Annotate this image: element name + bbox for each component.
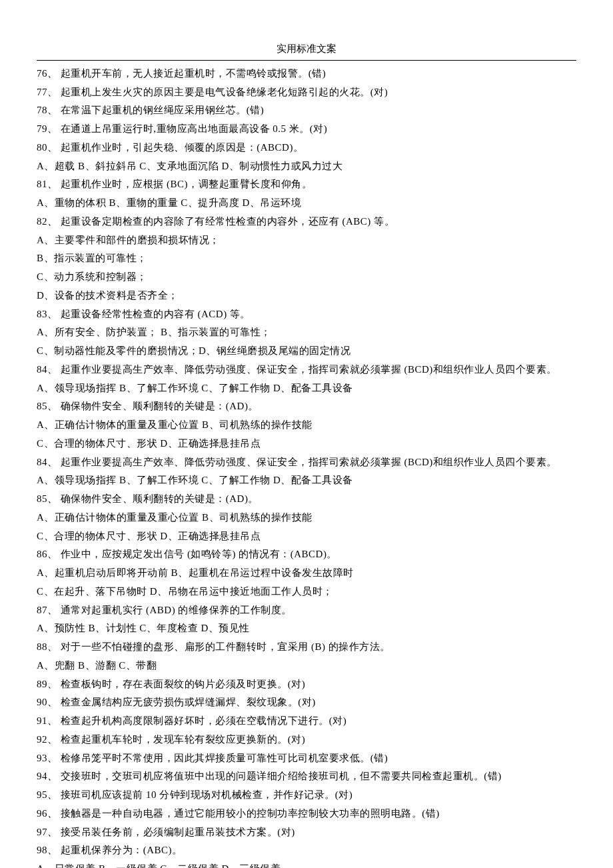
line-26: 86、 作业中，应按规定发出信号 (如鸣铃等) 的情况有：(ABCD)。 (37, 545, 576, 564)
line-10: B、指示装置的可靠性； (37, 249, 576, 268)
line-23: 85、 确保物件安全、顺利翻转的关键是：(AD)。 (37, 490, 576, 509)
line-39: 95、 接班司机应该提前 10 分钟到现场对机械检查，并作好记录。(对) (37, 786, 576, 805)
line-5: A、超载 B、斜拉斜吊 C、支承地面沉陷 D、制动惯性力或风力过大 (37, 157, 576, 176)
line-20: C、合理的物体尺寸、形状 D、正确选择悬挂吊点 (37, 435, 576, 453)
line-27: A、起重机启动后即将开动前 B、起重机在吊运过程中设备发生故障时 (37, 564, 576, 583)
line-31: 88、 对于一些不怕碰撞的盘形、扁形的工件翻转时，宜采用 (B) 的操作方法。 (37, 638, 576, 657)
line-37: 93、 检修吊笼平时不常使用，因此其焊接质量可靠性可比司机室要求低。(错) (37, 749, 576, 768)
page-header: 实用标准文案 (37, 40, 576, 59)
line-19: A、正确估计物体的重量及重心位置 B、司机熟练的操作技能 (37, 416, 576, 435)
line-35: 91、 检查起升机构高度限制器好坏时，必须在空载情况下进行。(对) (37, 712, 576, 731)
line-22: A、领导现场指挥 B、了解工作环境 C、了解工作物 D、配备工具设备 (37, 471, 576, 490)
header-rule (37, 60, 576, 61)
line-28: C、在起升、落下吊物时 D、吊物在吊运中接近地面工作人员时； (37, 583, 576, 601)
line-18: 85、 确保物件安全、顺利翻转的关键是：(AD)。 (37, 397, 576, 416)
line-36: 92、 检查起重机车轮时，发现车轮有裂纹应更换新的。(对) (37, 731, 576, 749)
line-40: 96、 接触器是一种自动电器，通过它能用较小的控制功率控制较大功率的照明电路。(… (37, 805, 576, 823)
line-24: A、正确估计物体的重量及重心位置 B、司机熟练的操作技能 (37, 509, 576, 527)
line-14: A、所有安全、防护装置； B、指示装置的可靠性； (37, 323, 576, 342)
line-7: A、重物的体积 B、重物的重量 C、提升高度 D、吊运环境 (37, 194, 576, 213)
line-29: 87、 通常对起重机实行 (ABD) 的维修保养的工作制度。 (37, 601, 576, 620)
line-30: A、预防性 B、计划性 C、年度检查 D、预见性 (37, 619, 576, 638)
line-21: 84、 起重作业要提高生产效率、降低劳动强度、保证安全，指挥司索就必须掌握 (B… (37, 453, 576, 472)
line-38: 94、 交接班时，交班司机应将值班中出现的问题详细介绍给接班司机，但不需要共同检… (37, 767, 576, 786)
line-1: 77、 起重机上发生火灾的原因主要是电气设备绝缘老化短路引起的火花。(对) (37, 83, 576, 102)
line-4: 80、 起重机作业时，引起失稳、倾覆的原因是：(ABCD)。 (37, 139, 576, 157)
line-33: 89、 检查板钩时，存在表面裂纹的钩片必须及时更换。(对) (37, 675, 576, 694)
line-41: 97、 接受吊装任务前，必须编制起重吊装技术方案。(对) (37, 823, 576, 842)
line-12: D、设备的技术资料是否齐全； (37, 287, 576, 305)
line-25: C、合理的物体尺寸、形状 D、正确选择悬挂吊点 (37, 527, 576, 546)
line-2: 78、 在常温下起重机的钢丝绳应采用钢丝芯。(错) (37, 101, 576, 120)
line-9: A、主要零件和部件的磨损和损坏情况； (37, 231, 576, 250)
line-42: 98、 起重机保养分为：(ABC)。 (37, 841, 576, 860)
line-6: 81、 起重机作业时，应根据 (BC)，调整起重臂长度和仰角。 (37, 175, 576, 194)
line-0: 76、 起重机开车前，无人接近起重机时，不需鸣铃或报警。(错) (37, 65, 576, 83)
line-11: C、动力系统和控制器； (37, 268, 576, 287)
line-16: 84、 起重作业要提高生产效率、降低劳动强度、保证安全，指挥司索就必须掌握 (B… (37, 361, 576, 379)
page: 实用标准文案 76、 起重机开车前，无人接近起重机时，不需鸣铃或报警。(错)77… (0, 0, 613, 868)
line-13: 83、 起重设备经常性检查的内容有 (ACD) 等。 (37, 305, 576, 324)
line-32: A、兜翻 B、游翻 C、带翻 (37, 657, 576, 675)
line-17: A、领导现场指挥 B、了解工作环境 C、了解工作物 D、配备工具设备 (37, 379, 576, 398)
document-body: 76、 起重机开车前，无人接近起重机时，不需鸣铃或报警。(错)77、 起重机上发… (37, 65, 576, 868)
line-15: C、制动器性能及零件的磨损情况；D、钢丝绳磨损及尾端的固定情况 (37, 342, 576, 361)
line-34: 90、 检查金属结构应无疲劳损伤或焊缝漏焊、裂纹现象。(对) (37, 693, 576, 712)
line-43: A、日常保养 B、一级保养 C、二级保养 D、三级保养 (37, 860, 576, 868)
line-3: 79、 在通道上吊重运行时,重物应高出地面最高设备 0.5 米。(对) (37, 120, 576, 139)
line-8: 82、 起重设备定期检查的内容除了有经常性检查的内容外，还应有 (ABC) 等。 (37, 213, 576, 231)
